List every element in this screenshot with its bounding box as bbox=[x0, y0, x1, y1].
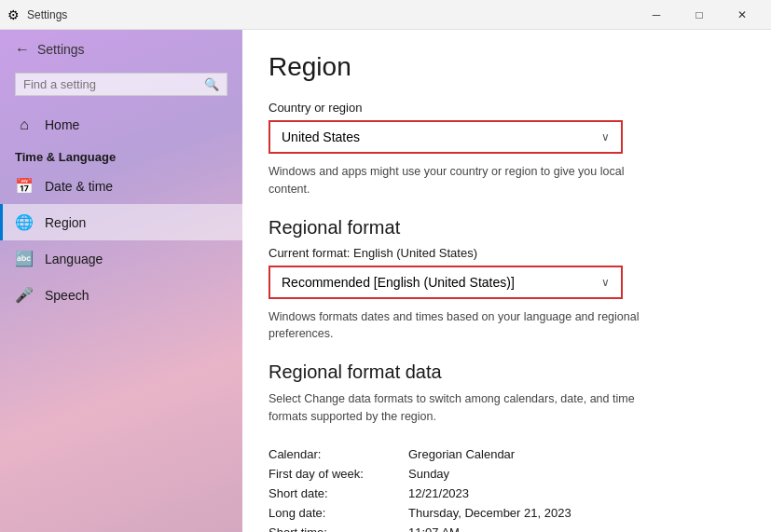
page-title: Region bbox=[268, 52, 741, 82]
title-bar-controls: ─ □ ✕ bbox=[635, 0, 764, 30]
close-button[interactable]: ✕ bbox=[721, 0, 764, 30]
table-row: First day of week:Sunday bbox=[268, 464, 741, 484]
minimize-button[interactable]: ─ bbox=[635, 0, 678, 30]
search-icon: 🔍 bbox=[204, 77, 219, 91]
table-row: Short time:11:07 AM bbox=[268, 523, 741, 533]
sidebar: ← Settings 🔍 ⌂ Home Time & Language 📅 Da… bbox=[0, 30, 242, 532]
data-val: Gregorian Calendar bbox=[408, 447, 515, 461]
data-val: 11:07 AM bbox=[408, 525, 460, 533]
region-icon: 🌐 bbox=[15, 213, 34, 231]
sidebar-item-language[interactable]: 🔤 Language bbox=[0, 240, 242, 277]
sidebar-item-speech-label: Speech bbox=[45, 288, 89, 303]
format-info-text: Windows formats dates and times based on… bbox=[268, 308, 660, 344]
sidebar-item-region[interactable]: 🌐 Region bbox=[0, 204, 242, 240]
title-bar-title: Settings bbox=[27, 8, 67, 21]
sidebar-item-date-time[interactable]: 📅 Date & time bbox=[0, 168, 242, 204]
search-box[interactable]: 🔍 bbox=[15, 73, 227, 96]
country-section-label: Country or region bbox=[268, 101, 741, 115]
search-input[interactable] bbox=[23, 77, 199, 91]
sidebar-item-date-time-label: Date & time bbox=[45, 179, 113, 194]
settings-icon: ⚙ bbox=[7, 7, 20, 22]
sidebar-section-label: Time & Language bbox=[0, 143, 242, 168]
title-bar-left: ⚙ Settings bbox=[7, 7, 67, 22]
data-key: First day of week: bbox=[268, 467, 408, 481]
data-key: Short date: bbox=[268, 486, 408, 500]
table-row: Short date:12/21/2023 bbox=[268, 484, 741, 503]
sidebar-item-speech[interactable]: 🎤 Speech bbox=[0, 277, 242, 313]
home-icon: ⌂ bbox=[15, 116, 34, 133]
table-row: Long date:Thursday, December 21, 2023 bbox=[268, 503, 741, 523]
data-val: 12/21/2023 bbox=[408, 486, 469, 500]
app-body: ← Settings 🔍 ⌂ Home Time & Language 📅 Da… bbox=[0, 30, 771, 532]
country-info-text: Windows and apps might use your country … bbox=[268, 163, 660, 198]
format-dropdown-value: Recommended [English (United States)] bbox=[282, 275, 515, 290]
language-icon: 🔤 bbox=[15, 250, 34, 267]
data-key: Calendar: bbox=[268, 447, 408, 461]
back-button[interactable]: ← bbox=[15, 41, 30, 58]
sidebar-item-home[interactable]: ⌂ Home bbox=[0, 107, 242, 143]
speech-icon: 🎤 bbox=[15, 286, 34, 304]
data-key: Long date: bbox=[268, 506, 408, 520]
regional-format-title: Regional format bbox=[268, 217, 741, 239]
data-val: Sunday bbox=[408, 467, 449, 481]
format-chevron-icon: ∨ bbox=[601, 276, 610, 289]
format-data-table: Calendar:Gregorian CalendarFirst day of … bbox=[268, 444, 741, 533]
sidebar-item-home-label: Home bbox=[45, 117, 79, 132]
format-data-info-text: Select Change data formats to switch amo… bbox=[268, 390, 660, 426]
data-val: Thursday, December 21, 2023 bbox=[408, 506, 571, 520]
data-key: Short time: bbox=[268, 525, 408, 533]
sidebar-app-title: Settings bbox=[37, 42, 85, 57]
content-area: Region Country or region United States ∨… bbox=[242, 30, 771, 532]
date-time-icon: 📅 bbox=[15, 177, 34, 195]
maximize-button[interactable]: □ bbox=[678, 0, 721, 30]
country-dropdown[interactable]: United States ∨ bbox=[268, 120, 623, 154]
sidebar-item-region-label: Region bbox=[45, 215, 86, 230]
regional-format-data-title: Regional format data bbox=[268, 361, 741, 383]
format-dropdown[interactable]: Recommended [English (United States)] ∨ bbox=[268, 266, 623, 299]
country-chevron-icon: ∨ bbox=[601, 130, 610, 143]
table-row: Calendar:Gregorian Calendar bbox=[268, 444, 741, 464]
title-bar: ⚙ Settings ─ □ ✕ bbox=[0, 0, 771, 30]
sidebar-item-language-label: Language bbox=[45, 252, 103, 266]
sidebar-header: ← Settings bbox=[0, 30, 242, 69]
country-dropdown-value: United States bbox=[282, 130, 360, 144]
format-label: Current format: English (United States) bbox=[268, 246, 741, 260]
